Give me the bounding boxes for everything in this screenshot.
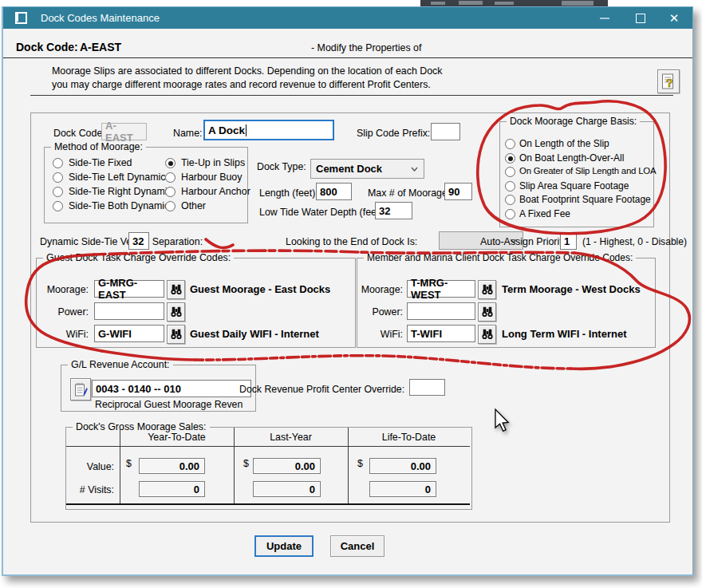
radio-on-length-of-slip[interactable] xyxy=(505,139,515,149)
radio-harbour-anchor[interactable] xyxy=(165,187,176,197)
value-ytd-field: 0.00 xyxy=(139,458,205,474)
table-header-divider xyxy=(66,446,470,447)
member-wifi-desc: Long Term WIFI - Internet xyxy=(502,328,626,340)
radio-label: On Length of the Slip xyxy=(519,138,609,149)
sales-group: Dock's Gross Moorage Sales: Year-To-Date… xyxy=(65,427,472,510)
dock-type-select[interactable]: Cement Dock xyxy=(310,159,424,179)
member-overrides-legend: Member and Marina Client Dock Task Charg… xyxy=(364,252,636,263)
radio-side-tie-both-dynamic[interactable] xyxy=(53,201,63,211)
currency-sign: $ xyxy=(357,458,363,469)
guest-wifi-code-field[interactable]: G-WIFI xyxy=(94,325,164,342)
binoculars-icon xyxy=(481,306,494,318)
method-of-moorage-group: Method of Moorage: Side-Tie Fixed Side-T… xyxy=(44,147,248,223)
update-button[interactable]: Update xyxy=(254,535,314,557)
member-moorage-lookup-button[interactable] xyxy=(478,280,496,299)
auto-assign-hint: (1 - Highest, 0 - Disable) xyxy=(582,236,687,247)
maximize-icon xyxy=(636,14,645,23)
separation-field[interactable]: 32 xyxy=(128,232,149,250)
description-line2: you may charge different moorage rates a… xyxy=(52,78,431,92)
radio-harbour-buoy[interactable] xyxy=(165,172,176,183)
auto-assign-label: Auto-Assign Priority: xyxy=(480,236,570,247)
charge-basis-legend: Dock Moorage Charge Basis: xyxy=(507,116,640,127)
member-wifi-lookup-button[interactable] xyxy=(478,325,496,344)
guest-wifi-lookup-button[interactable] xyxy=(167,325,185,344)
member-wifi-code-field[interactable]: T-WIFI xyxy=(407,325,475,342)
radio-tie-up-in-slips[interactable] xyxy=(165,158,176,168)
member-power-lookup-button[interactable] xyxy=(478,302,496,322)
column-header-ltd: Life-To-Date xyxy=(348,432,470,443)
radio-side-tie-fixed[interactable] xyxy=(53,158,63,168)
radio-label: On Boat Length-Over-All xyxy=(519,152,624,164)
guest-moorage-label: Moorage: xyxy=(37,284,89,295)
minimize-icon xyxy=(600,18,609,19)
maximize-button[interactable] xyxy=(625,7,657,29)
gl-account-group: G/L Revenue Account: 0043 - 0140 -- 010 … xyxy=(61,365,256,412)
visits-ytd-field: 0 xyxy=(139,481,205,497)
name-field[interactable]: A Dock xyxy=(203,120,334,140)
value-ltd-field: 0.00 xyxy=(369,458,436,474)
member-power-code-field[interactable] xyxy=(407,302,475,320)
binoculars-icon xyxy=(481,284,494,295)
radio-side-tie-left-dynamic[interactable] xyxy=(53,172,63,183)
length-label: Length (feet): xyxy=(259,187,318,199)
text-caret xyxy=(246,124,246,136)
member-moorage-desc: Term Moorage - West Docks xyxy=(502,283,641,295)
radio-side-tie-right-dynamic[interactable] xyxy=(53,187,63,197)
close-button[interactable]: ✕ xyxy=(658,7,690,29)
section-divider xyxy=(30,95,673,96)
guest-moorage-code-field[interactable]: G-MRG-EAST xyxy=(94,280,164,298)
guest-power-lookup-button[interactable] xyxy=(167,302,185,322)
radio-on-boat-loa[interactable] xyxy=(505,153,515,164)
close-icon: ✕ xyxy=(669,12,680,24)
window-icon xyxy=(15,12,27,24)
looking-end-label: Looking to the End of Dock Is: xyxy=(286,236,417,247)
guest-power-code-field[interactable] xyxy=(94,302,164,320)
radio-label: Side-Tie Fixed xyxy=(69,157,132,168)
radio-boat-footprint-footage[interactable] xyxy=(505,195,515,205)
description-line1: Moorage Slips are associated to differen… xyxy=(52,65,443,78)
max-moorages-field[interactable]: 90 xyxy=(444,183,472,200)
svg-text:?: ? xyxy=(666,77,673,89)
column-header-ytd: Year-To-Date xyxy=(120,432,234,443)
member-moorage-code-field[interactable]: T-MRG-WEST xyxy=(407,280,475,298)
dock-code-field: A-EAST xyxy=(101,123,147,140)
member-wifi-label: WiFi: xyxy=(357,329,403,340)
radio-label: Side-Tie Right Dynamic xyxy=(69,186,172,197)
guest-power-label: Power: xyxy=(37,306,89,318)
member-overrides-group: Member and Marina Client Dock Task Charg… xyxy=(357,258,656,348)
radio-label: Other xyxy=(181,200,206,211)
minimize-button[interactable] xyxy=(589,7,621,29)
table-bottom-divider xyxy=(66,503,470,505)
guest-overrides-group: Guest Dock Task Charge Override Codes: M… xyxy=(36,258,356,348)
window-title: Dock Codes Maintenance xyxy=(41,12,160,24)
guest-moorage-lookup-button[interactable] xyxy=(167,280,185,299)
guest-moorage-desc: Guest Moorage - East Docks xyxy=(190,283,330,295)
auto-assign-field[interactable]: 1 xyxy=(560,232,577,250)
low-tide-field[interactable]: 32 xyxy=(375,202,412,219)
dock-type-label: Dock Type: xyxy=(257,161,306,172)
radio-other[interactable] xyxy=(165,201,176,211)
radio-slip-area-footage[interactable] xyxy=(505,181,515,191)
binoculars-icon xyxy=(170,284,183,295)
title-bar[interactable]: Dock Codes Maintenance ✕ xyxy=(3,7,692,29)
value-last-year-field: 0.00 xyxy=(253,458,321,474)
binoculars-icon xyxy=(481,329,494,340)
member-power-label: Power: xyxy=(357,306,403,318)
slip-code-prefix-field[interactable] xyxy=(431,123,460,140)
gl-account-lookup-button[interactable] xyxy=(70,378,91,401)
radio-label: On Greater of Slip Length and LOA xyxy=(519,166,656,176)
guest-wifi-desc: Guest Daily WIFI - Internet xyxy=(190,328,319,340)
profit-center-field[interactable] xyxy=(409,379,445,396)
gl-account-field[interactable]: 0043 - 0140 -- 010 xyxy=(92,380,251,397)
cancel-button[interactable]: Cancel xyxy=(330,535,385,557)
radio-label: Harbour Anchor xyxy=(181,186,250,197)
charge-basis-group: Dock Moorage Charge Basis: On Length of … xyxy=(499,121,654,227)
length-field[interactable]: 800 xyxy=(316,183,352,200)
help-button[interactable]: ? xyxy=(657,69,680,93)
radio-label: Tie-Up in Slips xyxy=(181,157,245,168)
radio-greater-slip-loa[interactable] xyxy=(505,167,515,177)
radio-label: Harbour Buoy xyxy=(181,172,242,183)
radio-fixed-fee[interactable] xyxy=(505,209,515,219)
radio-label: Slip Area Square Footage xyxy=(519,180,629,191)
binoculars-icon xyxy=(170,306,183,318)
